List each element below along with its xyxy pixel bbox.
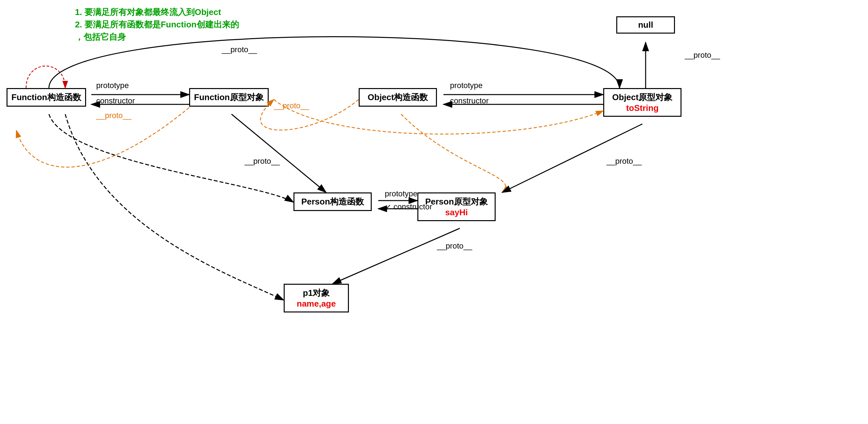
person-ctor-box: Person构造函数 <box>293 192 372 211</box>
label-op-null-proto: __proto__ <box>685 51 720 60</box>
label-pp-pc-ctor: ↙ constructor <box>385 202 432 211</box>
p1-box: p1对象 name,age <box>284 284 349 312</box>
label-fp-pc-proto: __proto__ <box>245 156 280 166</box>
label-fp-fc-proto2: __proto__ <box>96 111 131 120</box>
label-fc-fp-proto: prototype <box>96 81 129 90</box>
note2: 2. 要满足所有函数都是Function创建出来的 <box>75 19 239 30</box>
function-ctor-box: Function构造函数 <box>6 88 86 107</box>
label-fp-fc-ctor: constructor <box>96 96 135 105</box>
note3: ，包括它自身 <box>75 31 126 43</box>
diagram: 1. 要满足所有对象都最终流入到Object 2. 要满足所有函数都是Funct… <box>0 0 868 424</box>
label-pc-pp-proto: prototype <box>385 189 417 198</box>
label-oc-op-proto: prototype <box>450 81 483 90</box>
object-ctor-box: Object构造函数 <box>359 88 437 107</box>
function-proto-box: Function原型对象 <box>189 88 269 107</box>
note1: 1. 要满足所有对象都最终流入到Object <box>75 6 221 18</box>
label-op-oc-ctor: constructor <box>450 96 489 105</box>
object-proto-box: Object原型对象 toString <box>603 88 681 117</box>
null-box: null <box>616 16 675 34</box>
label-op-pp-proto: __proto__ <box>607 156 642 166</box>
label-orange-proto-mid: __proto__ <box>274 101 309 110</box>
label-top-proto: __proto__ <box>222 45 257 54</box>
label-pp-p1-proto: __proto__ <box>437 241 472 250</box>
